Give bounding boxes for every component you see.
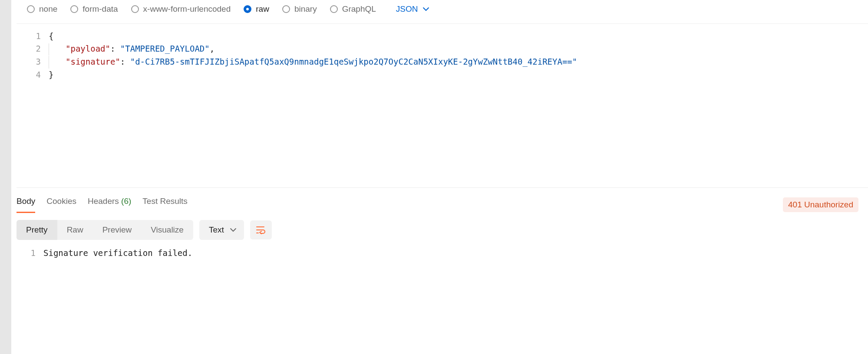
- chevron-down-icon: [230, 227, 236, 233]
- tab-headers-count: (6): [121, 197, 131, 206]
- body-type-label: raw: [256, 4, 269, 14]
- left-rail: [0, 0, 11, 354]
- body-type-form-data[interactable]: form-data: [70, 4, 118, 14]
- tab-cookies[interactable]: Cookies: [46, 197, 76, 213]
- view-preview-button[interactable]: Preview: [93, 220, 142, 240]
- radio-icon: [330, 5, 338, 13]
- line-number: 1: [17, 30, 49, 43]
- app-root: none form-data x-www-form-urlencoded raw…: [0, 0, 868, 354]
- code-token: "d-Ci7RB5-smTIFJIZbjiSApatfQ5axQ9nmnadgE…: [130, 57, 578, 66]
- response-body[interactable]: 1 Signature verification failed.: [11, 247, 868, 259]
- code-line: 1 Signature verification failed.: [11, 247, 868, 259]
- line-number: 4: [17, 69, 49, 81]
- body-type-label: form-data: [83, 4, 118, 14]
- code-line: 4 }: [17, 69, 868, 81]
- tab-body[interactable]: Body: [17, 197, 35, 213]
- body-type-label: x-www-form-urlencoded: [143, 4, 231, 14]
- status-badge: 401 Unauthorized: [783, 197, 858, 212]
- tab-test-results[interactable]: Test Results: [142, 197, 187, 213]
- response-view-controls: Pretty Raw Preview Visualize Text: [11, 213, 868, 247]
- line-number: 3: [17, 56, 49, 68]
- wrap-lines-icon: [256, 226, 266, 234]
- response-tabs: Body Cookies Headers (6) Test Results 40…: [11, 188, 868, 213]
- view-pretty-button[interactable]: Pretty: [17, 220, 57, 240]
- main-panel: none form-data x-www-form-urlencoded raw…: [11, 0, 868, 354]
- body-format-label: JSON: [396, 4, 418, 14]
- chevron-down-icon: [423, 6, 429, 12]
- line-number: 1: [11, 247, 43, 259]
- response-status-area: 401 Unauthorized: [783, 197, 863, 212]
- tab-headers[interactable]: Headers (6): [88, 197, 131, 213]
- response-format-dropdown[interactable]: Text: [199, 220, 244, 240]
- body-type-label: none: [39, 4, 57, 14]
- code-token: }: [49, 70, 53, 79]
- code-line: 3 "signature": "d-Ci7RB5-smTIFJIZbjiSApa…: [17, 56, 868, 69]
- code-token: "signature": [66, 57, 120, 66]
- editor-spacer: [17, 81, 868, 188]
- radio-icon: [27, 5, 35, 13]
- body-type-graphql[interactable]: GraphQL: [330, 4, 376, 14]
- radio-icon: [282, 5, 290, 13]
- radio-icon: [244, 5, 251, 13]
- code-token: "payload": [66, 44, 110, 53]
- body-type-label: GraphQL: [342, 4, 376, 14]
- response-format-label: Text: [209, 225, 224, 235]
- line-number: 2: [17, 43, 49, 55]
- radio-icon: [70, 5, 78, 13]
- code-line: 1 {: [17, 30, 868, 43]
- radio-icon: [131, 5, 139, 13]
- body-type-binary[interactable]: binary: [282, 4, 317, 14]
- body-type-selector: none form-data x-www-form-urlencoded raw…: [11, 0, 868, 23]
- code-token: Signature verification failed.: [43, 247, 192, 259]
- view-visualize-button[interactable]: Visualize: [141, 220, 193, 240]
- body-format-dropdown[interactable]: JSON: [396, 4, 429, 14]
- request-body-editor[interactable]: 1 { 2 "payload": "TAMPERED_PAYLOAD", 3 "…: [17, 23, 868, 81]
- view-raw-button[interactable]: Raw: [57, 220, 93, 240]
- view-mode-group: Pretty Raw Preview Visualize: [17, 220, 193, 240]
- body-type-label: binary: [294, 4, 317, 14]
- body-type-none[interactable]: none: [27, 4, 57, 14]
- tab-headers-label: Headers: [88, 197, 119, 206]
- body-type-xwww[interactable]: x-www-form-urlencoded: [131, 4, 231, 14]
- code-token: {: [49, 31, 53, 41]
- code-line: 2 "payload": "TAMPERED_PAYLOAD",: [17, 43, 868, 56]
- wrap-lines-button[interactable]: [250, 220, 272, 239]
- body-type-raw[interactable]: raw: [244, 4, 269, 14]
- code-token: "TAMPERED_PAYLOAD": [120, 44, 210, 53]
